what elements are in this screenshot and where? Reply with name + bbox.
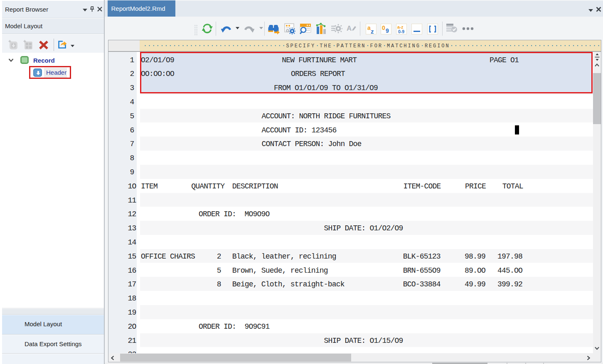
svg-text:A: A [347,24,352,32]
